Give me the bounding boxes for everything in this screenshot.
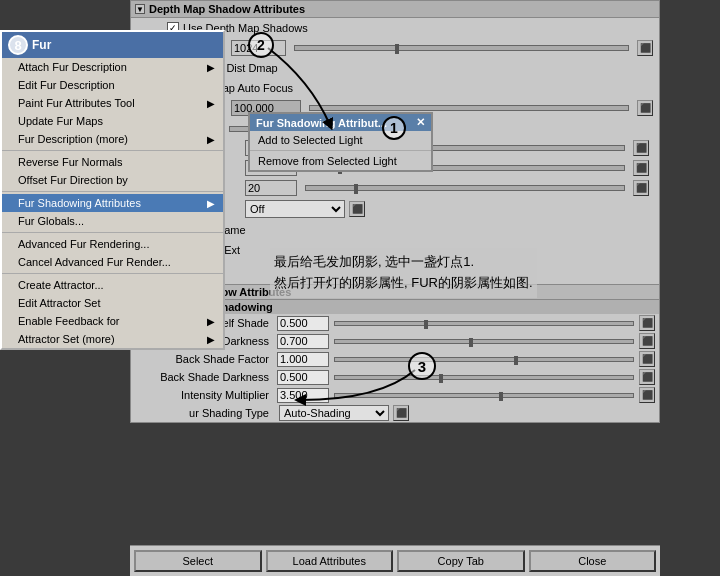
back-shade-factor-row: Back Shade Factor ⬛ bbox=[131, 350, 659, 368]
submenu-arrow: ▶ bbox=[207, 134, 215, 145]
submenu-arrow: ▶ bbox=[207, 334, 215, 345]
low-samples-slider[interactable] bbox=[305, 185, 625, 191]
popup-divider bbox=[250, 150, 431, 151]
low-samples-btn[interactable]: ⬛ bbox=[633, 180, 649, 196]
add-to-light-item[interactable]: Add to Selected Light bbox=[250, 131, 431, 149]
low-samples-input[interactable] bbox=[245, 180, 297, 196]
self-shade-input[interactable] bbox=[277, 316, 329, 331]
back-shade-factor-slider[interactable] bbox=[334, 357, 634, 362]
back-shade-darkness-btn[interactable]: ⬛ bbox=[639, 369, 655, 385]
self-shade-darkness-input[interactable] bbox=[277, 334, 329, 349]
menu-separator-2 bbox=[2, 191, 223, 192]
fur-shadowing-popup: Fur Shadowing Attribut... ✕ Add to Selec… bbox=[248, 112, 433, 172]
menu-separator bbox=[2, 150, 223, 151]
shading-type-row: ur Shading Type Auto-Shading Manual None… bbox=[131, 404, 659, 422]
menu-item-advanced-fur[interactable]: Advanced Fur Rendering... bbox=[2, 235, 223, 253]
intensity-multiplier-slider[interactable] bbox=[334, 393, 634, 398]
select-button[interactable]: Select bbox=[134, 550, 262, 572]
submenu-arrow: ▶ bbox=[207, 316, 215, 327]
remove-from-light-item[interactable]: Remove from Selected Light bbox=[250, 152, 431, 170]
shading-type-btn[interactable]: ⬛ bbox=[393, 405, 409, 421]
menu-item-fur-more[interactable]: Fur Description (more) ▶ bbox=[2, 130, 223, 148]
collapse-arrow[interactable]: ▼ bbox=[135, 4, 145, 14]
fur-shadowing-popup-title: Fur Shadowing Attribut... bbox=[256, 117, 387, 129]
resolution-btn[interactable]: ⬛ bbox=[637, 40, 653, 56]
fur-menu-header: 8 Fur bbox=[2, 32, 223, 58]
used-dmaps-dropdown[interactable]: Off On bbox=[245, 200, 345, 218]
menu-item-offset-fur[interactable]: Offset Fur Direction by bbox=[2, 171, 223, 189]
bottom-toolbar: Select Load Attributes Copy Tab Close bbox=[130, 545, 660, 576]
menu-item-cancel-advanced[interactable]: Cancel Advanced Fur Render... bbox=[2, 253, 223, 271]
width-focus-slider[interactable] bbox=[309, 105, 629, 111]
load-attributes-button[interactable]: Load Attributes bbox=[266, 550, 394, 572]
popup-close-btn[interactable]: ✕ bbox=[416, 116, 425, 129]
menu-item-reverse-normals[interactable]: Reverse Fur Normals bbox=[2, 153, 223, 171]
back-shade-darkness-input[interactable] bbox=[277, 370, 329, 385]
menu-item-attach-fur[interactable]: Attach Fur Description ▶ bbox=[2, 58, 223, 76]
intensity-multiplier-btn[interactable]: ⬛ bbox=[639, 387, 655, 403]
intensity-multiplier-label: Intensity Multiplier bbox=[135, 389, 275, 401]
dmap-bias-btn[interactable]: ⬛ bbox=[633, 140, 649, 156]
back-shade-darkness-row: Back Shade Darkness ⬛ bbox=[131, 368, 659, 386]
menu-item-fur-shadowing[interactable]: Fur Shadowing Attributes ▶ bbox=[2, 194, 223, 212]
resolution-input[interactable] bbox=[231, 40, 286, 56]
depth-map-title: Depth Map Shadow Attributes bbox=[149, 3, 305, 15]
menu-item-paint-fur[interactable]: Paint Fur Attributes Tool ▶ bbox=[2, 94, 223, 112]
copy-tab-button[interactable]: Copy Tab bbox=[397, 550, 525, 572]
menu-item-attractor-more[interactable]: Attractor Set (more) ▶ bbox=[2, 330, 223, 348]
self-shade-slider[interactable] bbox=[334, 321, 634, 326]
fur-menu-title: Fur bbox=[32, 38, 51, 52]
low-intensity-btn[interactable]: ⬛ bbox=[633, 160, 649, 176]
intensity-multiplier-input[interactable] bbox=[277, 388, 329, 403]
used-dmaps-btn[interactable]: ⬛ bbox=[349, 201, 365, 217]
self-shade-darkness-btn[interactable]: ⬛ bbox=[639, 333, 655, 349]
menu-item-update-fur[interactable]: Update Fur Maps bbox=[2, 112, 223, 130]
menu-item-enable-feedback[interactable]: Enable Feedback for ▶ bbox=[2, 312, 223, 330]
menu-separator-3 bbox=[2, 232, 223, 233]
fur-shadowing-popup-header: Fur Shadowing Attribut... ✕ bbox=[250, 114, 431, 131]
width-focus-btn[interactable]: ⬛ bbox=[637, 100, 653, 116]
close-button[interactable]: Close bbox=[529, 550, 657, 572]
back-shade-darkness-label: Back Shade Darkness bbox=[135, 371, 275, 383]
menu-item-edit-fur[interactable]: Edit Fur Description bbox=[2, 76, 223, 94]
resolution-slider[interactable] bbox=[294, 45, 629, 51]
self-shade-darkness-slider[interactable] bbox=[334, 339, 634, 344]
submenu-arrow: ▶ bbox=[207, 62, 215, 73]
shading-type-label: ur Shading Type bbox=[135, 407, 275, 419]
shading-type-dropdown[interactable]: Auto-Shading Manual None bbox=[279, 405, 389, 421]
submenu-arrow: ▶ bbox=[207, 98, 215, 109]
menu-item-fur-globals[interactable]: Fur Globals... bbox=[2, 212, 223, 230]
menu-item-create-attractor[interactable]: Create Attractor... bbox=[2, 276, 223, 294]
annotation-circle-8: 8 bbox=[8, 35, 28, 55]
self-shade-btn[interactable]: ⬛ bbox=[639, 315, 655, 331]
menu-item-edit-attractor[interactable]: Edit Attractor Set bbox=[2, 294, 223, 312]
back-shade-factor-input[interactable] bbox=[277, 352, 329, 367]
back-shade-factor-label: Back Shade Factor bbox=[135, 353, 275, 365]
submenu-arrow: ▶ bbox=[207, 198, 215, 209]
back-shade-factor-btn[interactable]: ⬛ bbox=[639, 351, 655, 367]
back-shade-darkness-slider[interactable] bbox=[334, 375, 634, 380]
intensity-multiplier-row: Intensity Multiplier ⬛ bbox=[131, 386, 659, 404]
depth-map-header: ▼ Depth Map Shadow Attributes bbox=[131, 1, 659, 18]
fur-context-menu: 8 Fur Attach Fur Description ▶ Edit Fur … bbox=[0, 30, 225, 350]
menu-separator-4 bbox=[2, 273, 223, 274]
